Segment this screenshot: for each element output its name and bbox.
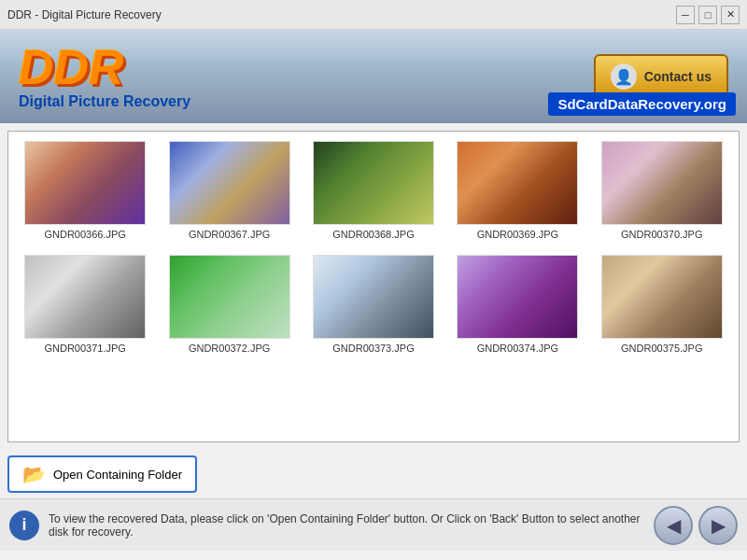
- gallery-item[interactable]: GNDR00368.JPG: [306, 141, 441, 240]
- window-title: DDR - Digital Picture Recovery: [7, 8, 162, 21]
- photo-filename: GNDR00369.JPG: [477, 229, 558, 240]
- header: DDR Digital Picture Recovery 👤 Contact u…: [0, 30, 747, 123]
- info-bar: i To view the recovered Data, please cli…: [0, 498, 747, 551]
- photo-filename: GNDR00366.JPG: [44, 229, 125, 240]
- gallery-item[interactable]: GNDR00366.JPG: [18, 141, 152, 240]
- maximize-button[interactable]: □: [698, 6, 717, 24]
- open-folder-label: Open Containing Folder: [53, 468, 182, 482]
- photo-filename: GNDR00372.JPG: [189, 343, 270, 354]
- photo-thumbnail: [601, 255, 723, 339]
- photo-thumbnail: [313, 141, 434, 225]
- header-branding: DDR Digital Picture Recovery: [19, 43, 190, 110]
- next-button[interactable]: ▶: [698, 506, 738, 545]
- photo-filename: GNDR00367.JPG: [189, 229, 270, 240]
- gallery-item[interactable]: GNDR00372.JPG: [162, 255, 296, 354]
- gallery-item[interactable]: GNDR00374.JPG: [450, 255, 585, 354]
- info-text: To view the recovered Data, please click…: [49, 512, 644, 539]
- photo-thumbnail: [313, 255, 434, 339]
- gallery-container[interactable]: GNDR00366.JPGGNDR00367.JPGGNDR00368.JPGG…: [7, 131, 740, 442]
- photo-thumbnail: [457, 255, 578, 339]
- nav-buttons: ◀ ▶: [654, 506, 738, 545]
- main-content: GNDR00366.JPGGNDR00367.JPGGNDR00368.JPGG…: [0, 123, 747, 450]
- back-button[interactable]: ◀: [654, 506, 693, 545]
- folder-icon: 📂: [22, 463, 46, 485]
- photo-thumbnail: [169, 255, 290, 339]
- window-controls: ─ □ ✕: [676, 6, 740, 24]
- gallery-item[interactable]: GNDR00370.JPG: [595, 141, 729, 240]
- photo-filename: GNDR00374.JPG: [477, 343, 558, 354]
- gallery-item[interactable]: GNDR00369.JPG: [450, 141, 585, 240]
- photo-thumbnail: [169, 141, 290, 225]
- info-icon: i: [9, 511, 39, 540]
- gallery-item[interactable]: GNDR00373.JPG: [306, 255, 441, 354]
- close-button[interactable]: ✕: [721, 6, 740, 24]
- website-banner: SdCardDataRecovery.org: [548, 92, 736, 116]
- ddr-logo: DDR: [19, 43, 190, 91]
- photo-thumbnail: [24, 141, 146, 225]
- open-folder-button[interactable]: 📂 Open Containing Folder: [7, 455, 197, 493]
- gallery-item[interactable]: GNDR00375.JPG: [595, 255, 729, 354]
- folder-section: 📂 Open Containing Folder: [0, 450, 747, 498]
- photo-filename: GNDR00368.JPG: [332, 229, 414, 240]
- photo-thumbnail: [601, 141, 723, 225]
- photo-filename: GNDR00373.JPG: [332, 343, 414, 354]
- photo-thumbnail: [24, 255, 146, 339]
- photo-filename: GNDR00375.JPG: [621, 343, 702, 354]
- photo-filename: GNDR00371.JPG: [44, 343, 125, 354]
- minimize-button[interactable]: ─: [676, 6, 695, 24]
- photo-gallery: GNDR00366.JPGGNDR00367.JPGGNDR00368.JPGG…: [18, 141, 729, 354]
- app-subtitle: Digital Picture Recovery: [19, 93, 190, 110]
- title-bar: DDR - Digital Picture Recovery ─ □ ✕: [0, 0, 747, 30]
- photo-filename: GNDR00370.JPG: [621, 229, 702, 240]
- photo-thumbnail: [457, 141, 578, 225]
- contact-icon: 👤: [611, 63, 637, 90]
- gallery-item[interactable]: GNDR00367.JPG: [162, 141, 296, 240]
- gallery-item[interactable]: GNDR00371.JPG: [18, 255, 152, 354]
